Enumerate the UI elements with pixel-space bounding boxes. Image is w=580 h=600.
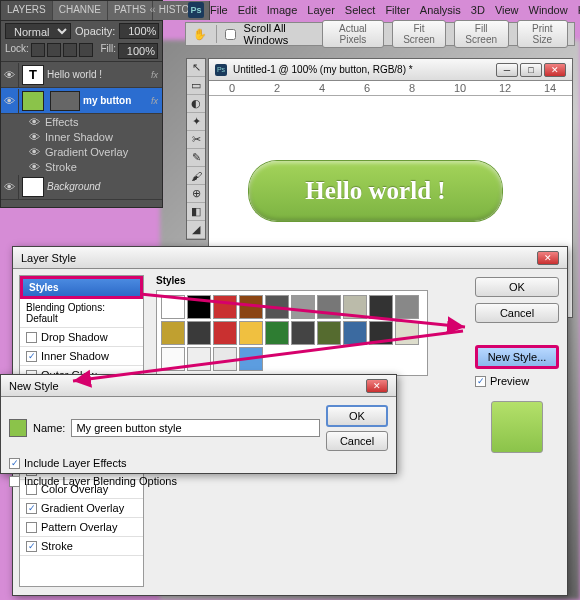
style-preset-swatch[interactable] — [161, 295, 185, 319]
preview-checkbox[interactable]: ✓ — [475, 376, 486, 387]
style-preset-swatch[interactable] — [187, 295, 211, 319]
maximize-button[interactable]: □ — [520, 63, 542, 77]
dialog-titlebar[interactable]: Layer Style ✕ — [13, 247, 567, 269]
menu-layer[interactable]: Layer — [307, 4, 335, 16]
style-preset-swatch[interactable] — [343, 321, 367, 345]
lock-all-icon[interactable] — [79, 43, 93, 57]
cancel-button[interactable]: Cancel — [475, 303, 559, 323]
style-preset-swatch[interactable] — [395, 321, 419, 345]
menu-analysis[interactable]: Analysis — [420, 4, 461, 16]
minimize-button[interactable]: ─ — [496, 63, 518, 77]
style-preset-swatch[interactable] — [187, 321, 211, 345]
stamp-tool-icon[interactable]: ⊕ — [187, 185, 205, 203]
style-preset-swatch[interactable] — [395, 295, 419, 319]
lasso-tool-icon[interactable]: ◐ — [187, 95, 205, 113]
include-blending-checkbox[interactable] — [9, 476, 20, 487]
style-preset-swatch[interactable] — [213, 321, 237, 345]
blending-options[interactable]: Blending Options: Default — [20, 299, 143, 328]
visibility-icon[interactable]: 👁 — [1, 63, 19, 87]
style-preset-swatch[interactable] — [317, 295, 341, 319]
style-preset-swatch[interactable] — [265, 295, 289, 319]
lock-transparent-icon[interactable] — [31, 43, 45, 57]
gradient-tool-icon[interactable]: ◢ — [187, 221, 205, 239]
style-preset-swatch[interactable] — [213, 347, 237, 371]
document-titlebar[interactable]: Ps Untitled-1 @ 100% (my button, RGB/8) … — [209, 59, 572, 81]
hand-tool-icon[interactable]: ✋ — [192, 24, 208, 44]
ok-button[interactable]: OK — [326, 405, 388, 427]
effect-item[interactable]: Inner Shadow — [45, 131, 113, 143]
menu-window[interactable]: Window — [529, 4, 568, 16]
gradient-overlay-option[interactable]: ✓Gradient Overlay — [20, 499, 143, 518]
menu-filter[interactable]: Filter — [385, 4, 409, 16]
menu-select[interactable]: Select — [345, 4, 376, 16]
layer-text[interactable]: 👁 T Hello world ! fx — [1, 62, 162, 88]
drop-shadow-option[interactable]: Drop Shadow — [20, 328, 143, 347]
visibility-icon[interactable]: 👁 — [27, 131, 41, 143]
eyedropper-tool-icon[interactable]: ✎ — [187, 149, 205, 167]
fill-input[interactable] — [118, 43, 158, 59]
lock-pixels-icon[interactable] — [47, 43, 61, 57]
actual-pixels-button[interactable]: Actual Pixels — [322, 20, 385, 48]
fx-badge[interactable]: fx — [151, 96, 158, 106]
style-preset-swatch[interactable] — [213, 295, 237, 319]
dialog-titlebar[interactable]: New Style ✕ — [1, 375, 396, 397]
styles-header[interactable]: Styles — [20, 276, 143, 299]
brush-tool-icon[interactable]: 🖌 — [187, 167, 205, 185]
style-preset-swatch[interactable] — [239, 295, 263, 319]
style-preset-swatch[interactable] — [369, 295, 393, 319]
tab-channels[interactable]: CHANNE — [53, 1, 108, 20]
new-style-button[interactable]: New Style... — [475, 345, 559, 369]
menu-edit[interactable]: Edit — [238, 4, 257, 16]
pattern-overlay-option[interactable]: Pattern Overlay — [20, 518, 143, 537]
include-effects-checkbox[interactable]: ✓ — [9, 458, 20, 469]
cancel-button[interactable]: Cancel — [326, 431, 388, 451]
fill-screen-button[interactable]: Fill Screen — [454, 20, 509, 48]
close-button[interactable]: ✕ — [537, 251, 559, 265]
style-preset-swatch[interactable] — [187, 347, 211, 371]
ruler-horizontal[interactable]: 0 2 4 6 8 10 12 14 — [209, 81, 572, 96]
visibility-icon[interactable]: 👁 — [27, 146, 41, 158]
blend-mode-select[interactable]: Normal — [5, 23, 71, 39]
style-preset-swatch[interactable] — [161, 321, 185, 345]
menu-file[interactable]: File — [210, 4, 228, 16]
visibility-icon[interactable]: 👁 — [1, 175, 19, 199]
layer-background[interactable]: 👁 Background — [1, 174, 162, 200]
visibility-icon[interactable]: 👁 — [1, 89, 19, 113]
visibility-icon[interactable]: 👁 — [27, 161, 41, 173]
effect-item[interactable]: Gradient Overlay — [45, 146, 128, 158]
style-preset-swatch[interactable] — [265, 321, 289, 345]
name-input[interactable] — [71, 419, 320, 437]
menu-image[interactable]: Image — [267, 4, 298, 16]
fit-screen-button[interactable]: Fit Screen — [392, 20, 446, 48]
stroke-option[interactable]: ✓Stroke — [20, 537, 143, 556]
crop-tool-icon[interactable]: ✂ — [187, 131, 205, 149]
wand-tool-icon[interactable]: ✦ — [187, 113, 205, 131]
style-preset-swatch[interactable] — [239, 321, 263, 345]
tab-layers[interactable]: LAYERS — [1, 1, 53, 20]
style-preset-swatch[interactable] — [291, 321, 315, 345]
menu-3d[interactable]: 3D — [471, 4, 485, 16]
inner-shadow-option[interactable]: ✓Inner Shadow — [20, 347, 143, 366]
menu-view[interactable]: View — [495, 4, 519, 16]
close-button[interactable]: ✕ — [544, 63, 566, 77]
effect-item[interactable]: Stroke — [45, 161, 77, 173]
close-button[interactable]: ✕ — [366, 379, 388, 393]
eraser-tool-icon[interactable]: ◧ — [187, 203, 205, 221]
marquee-tool-icon[interactable]: ▭ — [187, 77, 205, 95]
style-preset-swatch[interactable] — [317, 321, 341, 345]
lock-position-icon[interactable] — [63, 43, 77, 57]
layer-shape[interactable]: 👁 my button fx — [1, 88, 162, 114]
style-preset-swatch[interactable] — [239, 347, 263, 371]
opacity-input[interactable] — [119, 23, 159, 39]
visibility-icon[interactable]: 👁 — [27, 116, 41, 128]
style-preset-swatch[interactable] — [343, 295, 367, 319]
style-preset-swatch[interactable] — [369, 321, 393, 345]
fx-badge[interactable]: fx — [151, 70, 158, 80]
style-preset-swatch[interactable] — [161, 347, 185, 371]
style-preset-swatch[interactable] — [291, 295, 315, 319]
move-tool-icon[interactable]: ↖ — [187, 59, 205, 77]
print-size-button[interactable]: Print Size — [517, 20, 568, 48]
scroll-all-checkbox[interactable] — [225, 29, 236, 40]
panel-close-icon[interactable]: « — [147, 5, 158, 16]
ok-button[interactable]: OK — [475, 277, 559, 297]
